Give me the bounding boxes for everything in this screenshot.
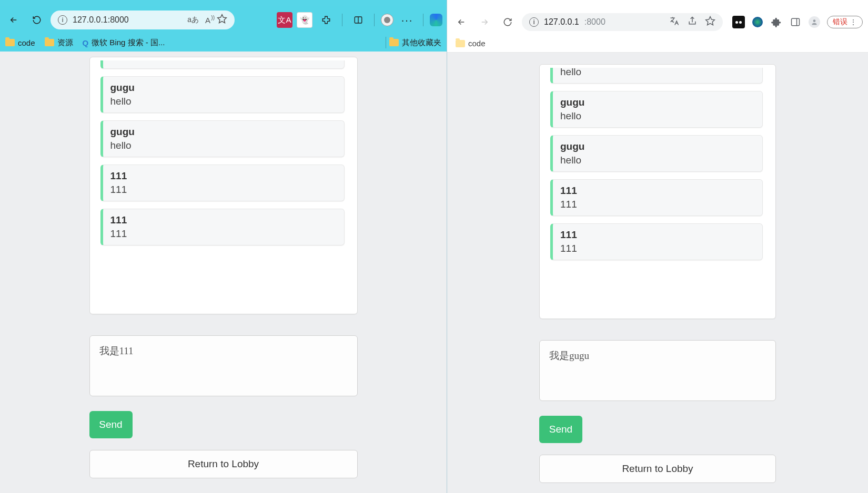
send-button[interactable]: Send <box>89 411 133 438</box>
extensions-menu-icon[interactable] <box>770 16 783 28</box>
refresh-button[interactable] <box>499 13 517 31</box>
message-text: 111 <box>110 184 337 196</box>
favorite-star-icon[interactable] <box>217 14 227 26</box>
translate-indicator[interactable]: aあ <box>187 15 199 25</box>
bookmark-label: 微软 Bing 搜索 - 国... <box>92 38 165 48</box>
split-screen-icon[interactable] <box>349 11 368 29</box>
bookmarks-bar: code 资源 Q微软 Bing 搜索 - 国... 其他收藏夹 <box>0 34 447 52</box>
folder-icon <box>5 39 15 46</box>
page-content: hello gugu hello gugu hello 111 111 <box>447 53 868 493</box>
message-user: 111 <box>110 170 337 182</box>
toolbar-separator <box>342 14 342 26</box>
chat-messages-panel: hello gugu hello gugu hello 111 111 <box>539 64 776 319</box>
more-menu-icon[interactable]: ⋮ <box>850 18 857 26</box>
back-button[interactable] <box>4 11 23 29</box>
copilot-icon[interactable] <box>430 14 442 26</box>
edge-toolbar: i 127.0.0.1:8000 aあ A)) 文A 👻 <box>0 6 447 34</box>
message-text: 111 <box>560 243 755 254</box>
message-user: gugu <box>110 126 337 138</box>
edge-tab-strip <box>0 0 447 6</box>
chat-message: hello <box>550 68 763 84</box>
folder-icon <box>45 39 54 46</box>
chat-message: 111 111 <box>100 209 345 245</box>
chat-messages-panel: hello gugu hello gugu hello 111 111 <box>89 57 358 314</box>
message-user: 111 <box>560 229 755 241</box>
message-text: hello <box>560 110 755 122</box>
bookmark-separator <box>386 37 386 48</box>
message-user: 111 <box>110 214 337 226</box>
bookmark-star-icon[interactable] <box>705 16 715 28</box>
address-bar[interactable]: i 127.0.0.1:8000 <box>522 13 723 31</box>
compose-input[interactable] <box>89 335 358 396</box>
extension-icon-a[interactable] <box>732 16 745 28</box>
bookmark-bing[interactable]: Q微软 Bing 搜索 - 国... <box>83 38 165 48</box>
message-text: hello <box>560 155 755 166</box>
message-user: gugu <box>560 97 755 108</box>
message-user: gugu <box>110 82 337 94</box>
bookmark-label: 其他收藏夹 <box>402 38 441 48</box>
message-text: hello <box>110 60 337 63</box>
bookmark-label: 资源 <box>57 38 73 48</box>
address-bar[interactable]: i 127.0.0.1:8000 aあ A)) <box>51 11 235 29</box>
profile-avatar[interactable] <box>808 16 821 28</box>
extension-icon-1[interactable]: 文A <box>277 12 292 28</box>
chat-message: gugu hello <box>550 135 763 172</box>
chat-message: 111 111 <box>550 179 763 216</box>
message-user: gugu <box>560 141 755 152</box>
share-icon[interactable] <box>687 16 698 28</box>
message-user: 111 <box>560 185 755 197</box>
toolbar-separator <box>374 14 375 26</box>
bookmark-folder-code[interactable]: code <box>5 38 35 47</box>
bookmark-label: code <box>18 38 35 47</box>
message-text: hello <box>110 140 337 151</box>
edge-window: i 127.0.0.1:8000 aあ A)) 文A 👻 <box>0 0 447 493</box>
chrome-window: i 127.0.0.1:8000 <box>447 0 868 493</box>
chat-scroll-area[interactable]: hello gugu hello gugu hello 111 111 <box>95 60 347 311</box>
chat-scroll-area[interactable]: hello gugu hello gugu hello 111 111 <box>545 68 765 315</box>
return-lobby-button[interactable]: Return to Lobby <box>89 450 358 478</box>
chat-message: hello <box>100 60 345 69</box>
url-text: 127.0.0.1:8000 <box>73 15 129 25</box>
svg-marker-3 <box>706 17 715 25</box>
bookmark-folder-code[interactable]: code <box>456 39 486 48</box>
chat-message: 111 111 <box>100 165 345 201</box>
url-port: :8000 <box>584 17 605 27</box>
svg-marker-0 <box>218 15 227 23</box>
toolbar-separator <box>423 14 423 26</box>
profile-avatar[interactable] <box>381 14 393 26</box>
chat-message: gugu hello <box>100 120 345 157</box>
send-button[interactable]: Send <box>539 416 582 443</box>
folder-icon <box>389 39 399 46</box>
chat-message: gugu hello <box>550 91 763 128</box>
extension-icon-b[interactable] <box>751 16 764 28</box>
more-menu-icon[interactable]: ··· <box>398 11 417 29</box>
bookmarks-bar: code <box>447 35 868 53</box>
read-aloud-icon[interactable]: A)) <box>205 16 210 25</box>
forward-button[interactable] <box>476 13 493 31</box>
chat-message: 111 111 <box>550 223 763 260</box>
extension-icon-2[interactable]: 👻 <box>297 12 312 28</box>
chrome-toolbar: i 127.0.0.1:8000 <box>447 9 868 35</box>
refresh-button[interactable] <box>27 11 46 29</box>
translate-icon[interactable] <box>669 16 680 28</box>
message-text: hello <box>560 68 755 78</box>
search-icon: Q <box>83 38 89 47</box>
bookmark-label: code <box>468 39 486 48</box>
error-label: 错误 <box>833 17 847 27</box>
url-host: 127.0.0.1 <box>544 17 579 27</box>
compose-input[interactable] <box>539 340 776 401</box>
extensions-menu-icon[interactable] <box>317 11 336 29</box>
site-info-icon[interactable]: i <box>529 17 539 27</box>
bookmark-folder-other[interactable]: 其他收藏夹 <box>389 38 441 48</box>
return-lobby-button[interactable]: Return to Lobby <box>539 455 776 483</box>
page-content: hello gugu hello gugu hello 111 111 <box>0 52 447 493</box>
chrome-tab-strip <box>447 0 868 9</box>
back-button[interactable] <box>452 13 470 31</box>
site-info-icon[interactable]: i <box>58 15 67 25</box>
svg-point-6 <box>813 19 816 22</box>
chat-message: gugu hello <box>100 76 345 113</box>
error-indicator[interactable]: 错误 ⋮ <box>827 16 863 28</box>
message-text: 111 <box>110 228 337 240</box>
bookmark-folder-resources[interactable]: 资源 <box>45 38 73 48</box>
sidepanel-icon[interactable] <box>789 16 802 28</box>
